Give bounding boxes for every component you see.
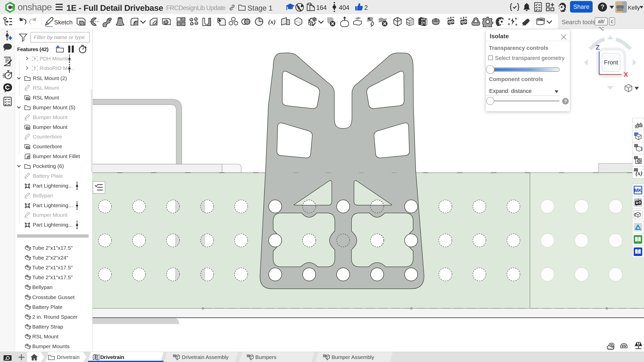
svg-text:?: ? — [600, 3, 604, 11]
svg-text:?: ? — [564, 99, 567, 104]
svg-text:MK: MK — [634, 188, 642, 193]
svg-text:(x): (x) — [268, 18, 276, 25]
svg-text:X: X — [624, 71, 628, 78]
svg-text:}: } — [641, 146, 643, 151]
svg-text:(x): (x) — [635, 170, 642, 176]
svg-text:HELLO: HELLO — [537, 20, 544, 22]
svg-text:Z: Z — [596, 44, 600, 51]
svg-text:Front: Front — [604, 59, 618, 66]
